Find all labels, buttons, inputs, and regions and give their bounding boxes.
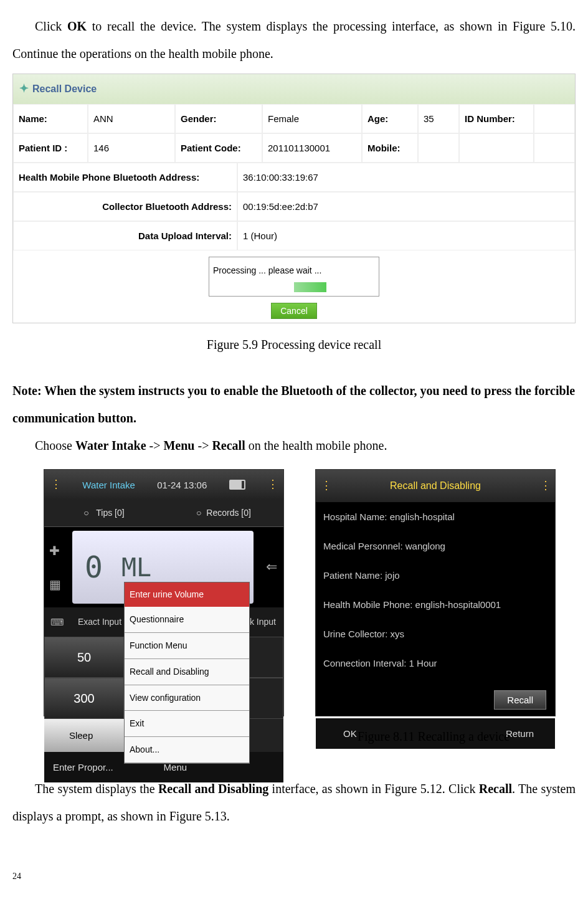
menu-function[interactable]: Function Menu	[125, 633, 249, 659]
patient-info-row2: Patient ID : 146 Patient Code: 201101130…	[13, 133, 575, 163]
text: to recall the device. The system display…	[12, 19, 576, 60]
medical-personnel-line: Medical Personnel: wanglong	[316, 531, 555, 561]
tab-tips[interactable]: ○ Tips [0]	[44, 500, 164, 527]
back-arrow-icon[interactable]: ⇐	[260, 552, 283, 582]
recall-disabling-text: Recall and Disabling	[158, 782, 268, 796]
display-value: 0	[85, 535, 103, 601]
patientid-label: Patient ID :	[13, 133, 88, 163]
page-number: 24	[12, 867, 576, 886]
interval-row: Data Upload Interval: 1 (Hour)	[13, 221, 575, 250]
menu-recall-disabling[interactable]: Recall and Disabling	[125, 659, 249, 685]
health-phone-line: Health Mobile Phone: english-hospital000…	[316, 590, 555, 619]
text: The system displays the	[35, 782, 158, 796]
age-label: Age:	[362, 104, 418, 133]
menu-text: Menu	[163, 439, 194, 452]
gender-value: Female	[262, 104, 362, 133]
patient-name-line: Patient Name: jojo	[316, 561, 555, 590]
ok-text: OK	[67, 19, 87, 33]
menu-header: Enter urine Volume	[125, 582, 249, 607]
processing-dialog: Processing ... please wait ...	[209, 257, 379, 297]
phone-2-recall-disabling: ⋮ Recall and Disabling ⋮ Hospital Name: …	[315, 469, 556, 716]
figure-5-9-caption: Figure 5.9 Processing device recall	[12, 331, 576, 358]
recall-bold-text: Recall	[479, 782, 512, 796]
progress-bar	[213, 282, 375, 292]
collector-bt-value: 00:19:5d:ee:2d:b7	[237, 192, 575, 221]
calendar-icon[interactable]: ▦	[49, 571, 61, 598]
patientid-value: 146	[88, 133, 175, 163]
text: on the health mobile phone.	[245, 439, 387, 452]
sleep-button[interactable]: Sleep	[44, 719, 118, 752]
processing-text: Processing ... please wait ...	[213, 265, 321, 275]
bluetooth-row1: Health Mobile Phone Bluetooth Address: 3…	[13, 163, 575, 192]
mobile-value	[418, 133, 459, 163]
num-300-button[interactable]: 300	[44, 678, 124, 719]
star-icon: ✦	[19, 77, 29, 102]
empty-cell	[459, 133, 534, 163]
menu-dots-icon: ⋮	[50, 472, 60, 497]
water-intake-text: Water Intake	[75, 439, 146, 452]
plus-icon[interactable]: ✚	[49, 537, 61, 564]
patientcode-label: Patient Code:	[175, 133, 262, 163]
text: interface, as shown in Figure 5.12. Clic…	[268, 782, 479, 796]
menu-questionnaire[interactable]: Questionnaire	[125, 607, 249, 633]
paragraph-1: Click OK to recall the device. The syste…	[12, 12, 576, 67]
urine-collector-line: Urine Collector: xys	[316, 619, 555, 649]
hospital-name-line: Hospital Name: english-hospital	[316, 502, 555, 531]
phone1-time: 01-24 13:06	[157, 475, 207, 495]
text: ->	[194, 439, 212, 452]
text: Choose	[35, 439, 75, 452]
keyboard-icon[interactable]: ⌨	[44, 612, 70, 632]
text: ->	[146, 439, 164, 452]
interval-label: Data Upload Interval:	[13, 221, 237, 250]
phone1-tabs: ○ Tips [0] ○ Records [0]	[44, 500, 283, 527]
idnumber-value	[534, 104, 575, 133]
tab-records[interactable]: ○ Records [0]	[164, 500, 283, 527]
recall-title: Recall Device	[32, 78, 97, 100]
popup-menu: Enter urine Volume Questionnaire Functio…	[124, 582, 250, 764]
phone1-title: Water Intake	[82, 475, 135, 495]
name-label: Name:	[13, 104, 88, 133]
menu-dots-icon: ⋮	[267, 472, 277, 497]
menu-dots-icon: ⋮	[316, 473, 336, 498]
recall-text: Recall	[212, 439, 245, 452]
menu-about[interactable]: About...	[125, 737, 249, 763]
menu-dots-icon: ⋮	[535, 473, 555, 498]
recall-device-header: ✦ Recall Device	[13, 74, 575, 104]
note-paragraph: Note: When the system instructs you to e…	[12, 377, 576, 432]
num-50-button[interactable]: 50	[44, 637, 124, 678]
interval-value: 1 (Hour)	[237, 221, 575, 250]
phone2-title: Recall and Disabling	[336, 470, 535, 501]
mobile-label: Mobile:	[362, 133, 418, 163]
patient-info-row1: Name: ANN Gender: Female Age: 35 ID Numb…	[13, 104, 575, 133]
battery-icon	[229, 480, 245, 490]
connection-interval-line: Connection Interval: 1 Hour	[316, 649, 555, 678]
phone-1-water-intake: ⋮ Water Intake 01-24 13:06 ⋮ ○ Tips [0] …	[44, 469, 284, 716]
phone-screenshots: ⋮ Water Intake 01-24 13:06 ⋮ ○ Tips [0] …	[44, 469, 576, 716]
idnumber-label: ID Number:	[459, 104, 534, 133]
phone-bt-label: Health Mobile Phone Bluetooth Address:	[13, 163, 237, 192]
name-value: ANN	[88, 104, 175, 133]
empty-cell	[534, 133, 575, 163]
gender-label: Gender:	[175, 104, 262, 133]
patientcode-value: 201101130001	[262, 133, 362, 163]
menu-exit[interactable]: Exit	[125, 711, 249, 737]
phone-bt-value: 36:10:00:33:19:67	[237, 163, 575, 192]
collector-bt-label: Collector Bluetooth Address:	[13, 192, 237, 221]
text: Click	[35, 19, 67, 33]
softkey-left[interactable]: Enter Propor...	[53, 757, 113, 777]
figure-recall-device: ✦ Recall Device Name: ANN Gender: Female…	[12, 74, 576, 323]
paragraph-choose: Choose Water Intake -> Menu -> Recall on…	[12, 432, 576, 459]
menu-view-config[interactable]: View configuration	[125, 685, 249, 711]
phone1-statusbar: ⋮ Water Intake 01-24 13:06 ⋮	[44, 470, 283, 500]
cancel-button[interactable]: Cancel	[271, 303, 317, 319]
bluetooth-row2: Collector Bluetooth Address: 00:19:5d:ee…	[13, 192, 575, 221]
paragraph-3: The system displays the Recall and Disab…	[12, 775, 576, 830]
age-value: 35	[418, 104, 459, 133]
figure-8-11-caption: Figure 8.11 Recalling a device	[314, 723, 553, 750]
recall-button[interactable]: Recall	[494, 690, 546, 710]
